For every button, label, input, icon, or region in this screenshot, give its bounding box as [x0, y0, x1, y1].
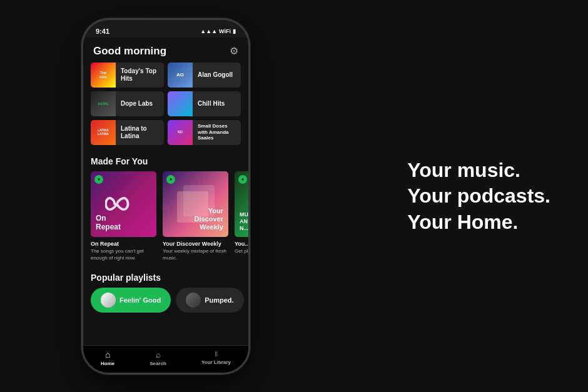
mfy-card-discover: ♦ YourDiscoverWeekly	[163, 171, 228, 237]
on-repeat-title: On Repeat	[91, 241, 156, 248]
popular-playlists-header: Popular playlists	[83, 268, 248, 288]
quick-label-tophits: Today's Top Hits	[116, 68, 164, 83]
mfy-item-discover[interactable]: ♦ YourDiscoverWeekly Your Discover Weekl…	[163, 171, 228, 262]
tagline-line3: Your Home.	[407, 209, 550, 235]
status-time: 9:41	[96, 28, 109, 35]
quick-access-grid: TopHits Today's Top Hits AG Alan Gogoll …	[83, 63, 248, 151]
quick-thumb-dope: DOPE	[91, 91, 116, 116]
made-for-you-header: Made For You	[83, 151, 248, 171]
spotify-icon-discover: ♦	[166, 175, 175, 184]
quick-label-chill: Chill Hits	[193, 100, 230, 108]
phone-mockup: 9:41 ▲▲▲ WiFi ▮ Good morning ⚙ TopHits	[81, 18, 250, 374]
quick-thumb-chill	[168, 91, 193, 116]
nav-search[interactable]: ⌕ Search	[150, 349, 166, 366]
on-repeat-desc: The songs you can't get enough of right …	[91, 248, 156, 261]
phone-outer: 9:41 ▲▲▲ WiFi ▮ Good morning ⚙ TopHits	[81, 18, 250, 374]
quick-item-alan[interactable]: AG Alan Gogoll	[168, 63, 241, 88]
third-label: MUANN...	[240, 211, 248, 231]
nav-library[interactable]: ⫴ Your Library	[201, 349, 231, 366]
search-icon: ⌕	[156, 349, 161, 359]
status-icons: ▲▲▲ WiFi ▮	[200, 28, 236, 34]
mfy-item-on-repeat[interactable]: ♦ OnRepeat On Repeat The songs you can't…	[91, 171, 156, 262]
mfy-item-third[interactable]: ♦ MUANN... You... Get play...	[235, 171, 248, 262]
mfy-card-repeat: ♦ OnRepeat	[91, 171, 156, 237]
quick-label-smalldoses: Small Doses with Amanda Saales	[193, 123, 241, 141]
quick-label-dope: Dope Labs	[116, 100, 158, 108]
tagline: Your music. Your podcasts. Your Home.	[407, 157, 550, 235]
nav-home[interactable]: ⌂ Home	[101, 349, 114, 366]
playlist-pumped[interactable]: Pumped.	[176, 288, 243, 313]
spotify-icon-repeat: ♦	[94, 175, 103, 184]
playlist-feelin-good[interactable]: Feelin' Good	[91, 288, 171, 313]
third-desc: Get play...	[235, 248, 248, 254]
library-label: Your Library	[201, 359, 231, 365]
battery-icon: ▮	[233, 28, 236, 34]
feelin-good-label: Feelin' Good	[119, 296, 161, 304]
quick-thumb-latina: LATINALATINA	[91, 120, 116, 145]
quick-item-smalldoses[interactable]: SD Small Doses with Amanda Saales	[168, 120, 241, 145]
home-label: Home	[101, 361, 114, 366]
wifi-icon: WiFi	[219, 28, 231, 34]
discover-title: Your Discover Weekly	[163, 241, 228, 248]
tagline-line1: Your music.	[407, 157, 550, 183]
tagline-line2: Your podcasts.	[407, 183, 550, 209]
pumped-label: Pumped.	[205, 296, 233, 304]
quick-label-alan: Alan Gogoll	[193, 71, 238, 79]
on-repeat-label: OnRepeat	[96, 214, 121, 232]
feelin-good-thumb	[101, 293, 116, 308]
discover-label: YourDiscoverWeekly	[195, 207, 223, 232]
settings-icon[interactable]: ⚙	[230, 45, 238, 57]
quick-thumb-alan: AG	[168, 63, 193, 88]
library-icon: ⫴	[215, 349, 218, 358]
playlist-scroll: Feelin' Good Pumped. ›	[83, 288, 248, 313]
screen: Good morning ⚙ TopHits Today's Top Hits …	[83, 38, 248, 373]
quick-thumb-smalldoses: SD	[168, 120, 193, 145]
spotify-icon-third: ♦	[238, 175, 247, 184]
mfy-card-third: ♦ MUANN...	[235, 171, 248, 237]
quick-item-dope[interactable]: DOPE Dope Labs	[91, 91, 164, 116]
third-title: You...	[235, 241, 248, 248]
quick-thumb-tophits: TopHits	[91, 63, 116, 88]
signal-icon: ▲▲▲	[200, 28, 217, 34]
quick-item-chill[interactable]: Chill Hits	[168, 91, 241, 116]
bottom-nav: ⌂ Home ⌕ Search ⫴ Your Library	[83, 345, 248, 373]
quick-label-latina: Latina to Latina	[116, 125, 164, 140]
discover-desc: Your weekly mixtape of fresh music.	[163, 248, 228, 261]
home-icon: ⌂	[105, 349, 110, 359]
search-label: Search	[150, 361, 166, 366]
pumped-thumb	[186, 293, 201, 308]
repeat-symbol-svg	[105, 191, 143, 216]
phone-notch	[131, 20, 200, 34]
made-for-you-scroll: ♦ OnRepeat On Repeat The songs you can't…	[83, 171, 248, 268]
quick-item-tophits[interactable]: TopHits Today's Top Hits	[91, 63, 164, 88]
quick-item-latina[interactable]: LATINALATINA Latina to Latina	[91, 120, 164, 145]
greeting-text: Good morning	[93, 45, 166, 58]
top-bar: Good morning ⚙	[83, 38, 248, 63]
